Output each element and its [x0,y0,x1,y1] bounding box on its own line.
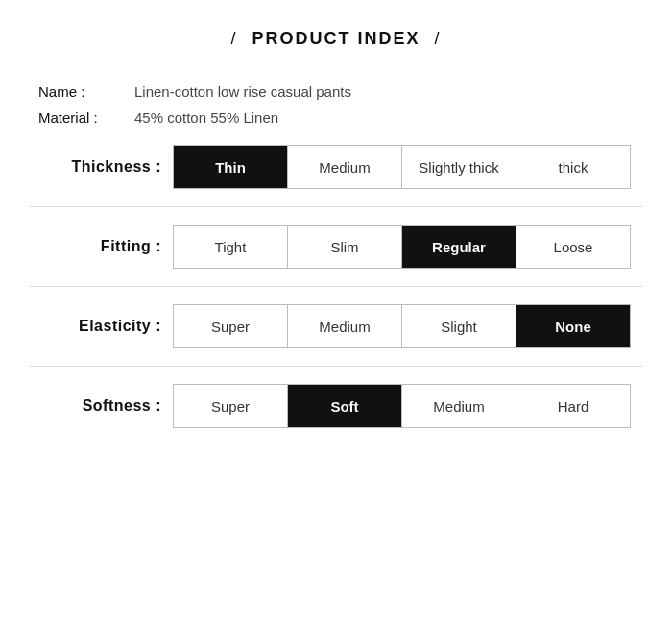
index-section-softness: Softness :SuperSoftMediumHard [29,384,643,428]
indexes-container: Thickness :ThinMediumSlightly thickthick… [29,145,643,428]
section-divider [29,286,643,287]
index-options-fitting: TightSlimRegularLoose [173,225,643,269]
index-label-thickness: Thickness : [29,158,173,176]
option-elasticity-slight[interactable]: Slight [401,304,516,348]
option-fitting-slim[interactable]: Slim [287,225,402,269]
index-section-elasticity: Elasticity :SuperMediumSlightNone [29,304,643,348]
index-label-elasticity: Elasticity : [29,318,173,335]
title-suffix: / [435,29,442,48]
option-thickness-thin[interactable]: Thin [173,145,288,189]
index-options-elasticity: SuperMediumSlightNone [173,304,643,348]
index-section-fitting: Fitting :TightSlimRegularLoose [29,225,643,269]
option-thickness-slightly-thick[interactable]: Slightly thick [401,145,516,189]
name-row: Name : Linen-cotton low rise casual pant… [38,83,643,100]
option-fitting-loose[interactable]: Loose [516,225,631,269]
index-options-thickness: ThinMediumSlightly thickthick [173,145,643,189]
info-section: Name : Linen-cotton low rise casual pant… [29,83,643,126]
index-label-softness: Softness : [29,397,173,415]
material-row: Material : 45% cotton 55% Linen [38,109,643,126]
index-label-fitting: Fitting : [29,238,173,255]
index-options-softness: SuperSoftMediumHard [173,384,643,428]
option-thickness-thick[interactable]: thick [516,145,631,189]
name-value: Linen-cotton low rise casual pants [134,83,351,100]
option-fitting-tight[interactable]: Tight [173,225,288,269]
title-text: PRODUCT INDEX [252,29,420,48]
section-divider [29,366,643,367]
material-value: 45% cotton 55% Linen [134,109,278,126]
option-fitting-regular[interactable]: Regular [401,225,516,269]
option-thickness-medium[interactable]: Medium [287,145,402,189]
option-softness-hard[interactable]: Hard [516,384,631,428]
title-prefix: / [230,29,237,48]
option-softness-soft[interactable]: Soft [287,384,402,428]
name-label: Name : [38,83,134,100]
option-softness-super[interactable]: Super [173,384,288,428]
option-elasticity-super[interactable]: Super [173,304,288,348]
option-elasticity-medium[interactable]: Medium [287,304,402,348]
section-divider [29,206,643,207]
material-label: Material : [38,109,134,126]
index-section-thickness: Thickness :ThinMediumSlightly thickthick [29,145,643,189]
page-title: / PRODUCT INDEX / [29,29,643,49]
product-index-container: / PRODUCT INDEX / Name : Linen-cotton lo… [0,0,672,474]
option-elasticity-none[interactable]: None [516,304,631,348]
option-softness-medium[interactable]: Medium [401,384,516,428]
